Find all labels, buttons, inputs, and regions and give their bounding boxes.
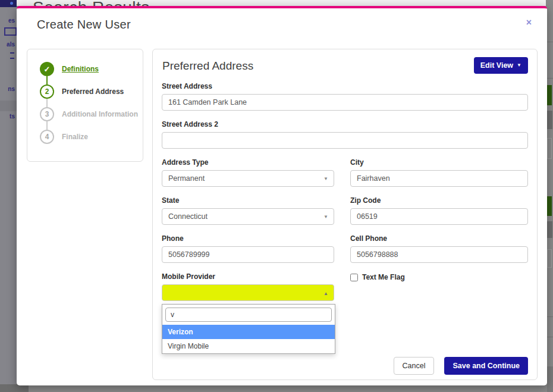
row-border-fragment: [547, 316, 553, 317]
street-address-2-input[interactable]: [162, 132, 528, 149]
street-address-label: Street Address: [162, 83, 528, 90]
sidebar-active-item-fragment: [0, 0, 17, 7]
step-preferred-address: 2 Preferred Address: [40, 84, 143, 99]
outline-button-fragment: [547, 138, 552, 159]
text-me-flag-label: Text Me Flag: [362, 273, 405, 281]
address-type-city-row: Address Type ▼ City: [162, 159, 528, 187]
phone-label: Phone: [162, 235, 334, 242]
sidebar-dash-fragment: [10, 52, 14, 54]
preferred-address-form: Preferred Address Edit View ▼ Street Add…: [152, 49, 538, 380]
caret-up-icon: ▲: [323, 291, 328, 296]
mobile-provider-dropdown: Verizon Virgin Mobile: [162, 304, 335, 354]
step-number: 4: [40, 130, 54, 144]
sidebar-fragment: es: [8, 17, 15, 24]
sidebar-box-fragment: [4, 27, 17, 36]
mobile-provider-label: Mobile Provider: [162, 273, 334, 280]
step-label[interactable]: Definitions: [62, 65, 99, 73]
status-badge-fragment: [547, 196, 552, 216]
step-connector: [46, 99, 48, 107]
provider-option-verizon[interactable]: Verizon: [162, 325, 335, 339]
modal-title: Create New User: [37, 18, 131, 32]
outline-button-fragment: [547, 249, 552, 268]
status-badge-fragment: [547, 85, 552, 105]
mobile-provider-row: Mobile Provider ▲ Verizon Virgin Mobile …: [162, 273, 528, 301]
text-me-flag-group: Text Me Flag: [350, 273, 528, 281]
step-number: 3: [40, 107, 54, 121]
row-border-fragment: [547, 337, 553, 337]
state-zip-row: State ▼ Zip Code: [162, 197, 528, 225]
step-number: 2: [40, 84, 54, 99]
row-border-fragment: [547, 78, 553, 79]
street-address-2-group: Street Address 2: [162, 121, 528, 149]
cell-phone-label: Cell Phone: [350, 235, 528, 242]
cell-phone-input[interactable]: [350, 246, 528, 263]
dimmed-table-edge: [547, 0, 553, 392]
step-label: Finalize: [62, 133, 88, 141]
caret-down-icon: ▼: [517, 63, 521, 68]
step-finalize: 4 Finalize: [40, 130, 143, 144]
sidebar-dash-fragment: [10, 58, 14, 59]
background-page-title: Search Results: [33, 0, 150, 6]
address-type-select[interactable]: [162, 170, 334, 187]
create-new-user-modal: Create New User × ✓ Definitions 2 Prefer…: [17, 6, 547, 385]
zip-code-input[interactable]: [350, 208, 528, 225]
city-input[interactable]: [350, 170, 528, 187]
street-address-group: Street Address: [162, 83, 528, 111]
step-label: Additional Information: [62, 110, 138, 118]
form-title: Preferred Address: [162, 59, 528, 73]
provider-option-virgin-mobile[interactable]: Virgin Mobile: [162, 339, 335, 353]
dimmed-page-header: Search Results: [0, 0, 546, 6]
sidebar-fragment: als: [7, 41, 15, 48]
edit-view-label: Edit View: [480, 61, 513, 70]
check-icon: ✓: [40, 62, 54, 76]
city-label: City: [350, 159, 528, 166]
sidebar-band-fragment: [0, 101, 17, 111]
nav-dot-icon: [10, 2, 13, 5]
mobile-provider-select[interactable]: ▲: [162, 284, 334, 301]
step-connector: [46, 76, 48, 84]
close-icon[interactable]: ×: [526, 18, 532, 27]
phone-input[interactable]: [162, 246, 334, 263]
row-border-fragment: [547, 42, 553, 42]
text-me-flag-checkbox[interactable]: [350, 274, 358, 281]
street-address-input[interactable]: [162, 94, 528, 111]
cancel-button[interactable]: Cancel: [394, 357, 435, 375]
wizard-stepper: ✓ Definitions 2 Preferred Address 3 Addi…: [27, 49, 143, 162]
form-actions: Cancel Save and Continue: [162, 357, 528, 375]
street-address-2-label: Street Address 2: [162, 121, 528, 128]
state-select[interactable]: [162, 208, 334, 225]
step-label: Preferred Address: [62, 87, 124, 96]
dimmed-sidebar: es als ns ts: [0, 0, 17, 392]
button-fragment: [547, 221, 552, 238]
address-type-label: Address Type: [162, 159, 334, 166]
save-and-continue-button[interactable]: Save and Continue: [444, 357, 528, 375]
step-additional-information: 3 Additional Information: [40, 107, 143, 121]
sidebar-fragment: ns: [8, 86, 15, 92]
button-fragment: [547, 111, 552, 129]
state-label: State: [162, 197, 334, 204]
step-connector: [46, 121, 48, 130]
step-definitions[interactable]: ✓ Definitions: [40, 62, 143, 76]
edit-view-button[interactable]: Edit View ▼: [474, 57, 528, 74]
provider-search-input[interactable]: [165, 308, 332, 322]
phone-cell-row: Phone Cell Phone: [162, 235, 528, 263]
footer-fragment: [547, 366, 553, 392]
zip-code-label: Zip Code: [350, 197, 528, 204]
sidebar-fragment: ts: [10, 113, 15, 120]
